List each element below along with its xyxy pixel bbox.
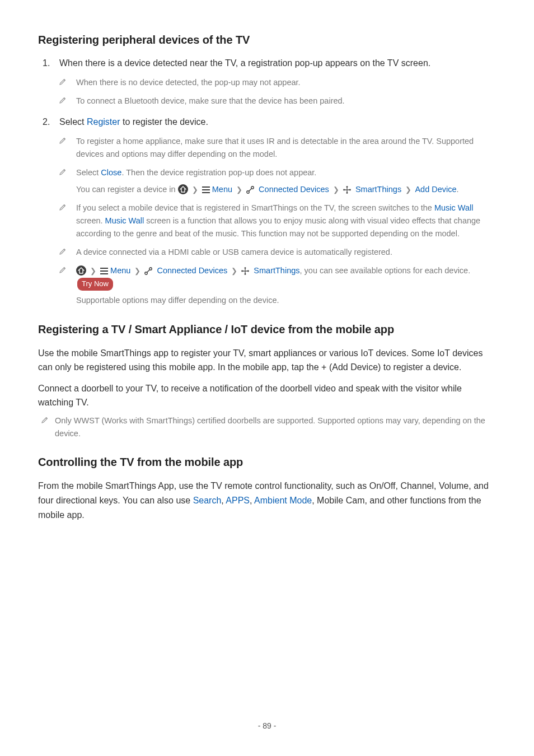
apps-link[interactable]: APPS [226,496,250,505]
pencil-icon [59,96,67,104]
menu-icon [100,268,108,274]
pencil-icon [59,167,67,175]
pencil-icon [59,203,67,211]
connected-devices-icon [246,185,256,195]
smartthings-icon [241,266,251,276]
home-icon [76,265,86,276]
note-home-appliance: To register a home appliance, make sure … [59,135,496,161]
pencil-icon [59,77,67,85]
note-wwst: Only WWST (Works with SmartThings) certi… [38,414,496,440]
home-icon [178,184,188,194]
note-bluetooth-pair: To connect a Bluetooth device, make sure… [59,95,496,108]
try-now-button[interactable]: Try Now [77,278,113,291]
pencil-icon [59,247,67,255]
smartthings-icon [343,185,353,195]
registering-steps-list: When there is a device detected near the… [38,57,496,307]
note-register-path: You can register a device in ❯ Menu ❯ Co… [76,183,496,196]
note-select-close: Select Close. Then the device registrati… [59,166,496,195]
menu-link[interactable]: Menu [110,266,130,275]
ambient-mode-link[interactable]: Ambient Mode [254,496,312,505]
chevron-right-icon: ❯ [134,265,140,277]
mobile-app-paragraph-1: Use the mobile SmartThings app to regist… [38,346,496,375]
note-no-device: When there is no device detected, the po… [59,76,496,89]
search-link[interactable]: Search [193,496,222,505]
note-music-wall: If you select a mobile device that is re… [59,202,496,241]
step-1-text: When there is a device detected near the… [59,58,430,68]
mobile-app-paragraph-2: Connect a doorbell to your TV, to receiv… [38,381,496,410]
heading-registering-mobile-app: Registering a TV / Smart Appliance / IoT… [38,323,496,336]
music-wall-link-2[interactable]: Music Wall [105,216,144,225]
step-2: Select Register to register the device. … [38,115,496,307]
step-1: When there is a device detected near the… [38,57,496,108]
connected-devices-link[interactable]: Connected Devices [259,185,329,194]
pencil-icon [59,136,67,144]
register-link[interactable]: Register [87,117,120,127]
smartthings-link[interactable]: SmartThings [355,185,401,194]
chevron-right-icon: ❯ [236,184,242,196]
page-number: - 89 - [0,721,534,730]
chevron-right-icon: ❯ [192,184,198,196]
note-hdmi-usb: A device connected via a HDMI cable or U… [59,246,496,259]
note-available-options: ❯ Menu ❯ Connected Devices ❯ SmartThings… [59,264,496,307]
close-link[interactable]: Close [101,168,121,177]
pencil-icon [59,265,67,273]
controlling-tv-paragraph: From the mobile SmartThings App, use the… [38,479,496,522]
chevron-right-icon: ❯ [405,184,411,196]
pencil-icon [41,416,49,423]
menu-link[interactable]: Menu [212,185,232,194]
connected-devices-link[interactable]: Connected Devices [157,266,227,275]
menu-icon [202,186,210,193]
chevron-right-icon: ❯ [333,184,339,196]
heading-registering-peripheral: Registering peripheral devices of the TV [38,34,496,46]
heading-controlling-tv: Controlling the TV from the mobile app [38,456,496,469]
chevron-right-icon: ❯ [90,265,96,277]
connected-devices-icon [144,266,154,276]
music-wall-link[interactable]: Music Wall [434,203,474,212]
chevron-right-icon: ❯ [231,265,237,277]
smartthings-link[interactable]: SmartThings [254,266,299,275]
add-device-link[interactable]: Add Device [415,185,456,194]
